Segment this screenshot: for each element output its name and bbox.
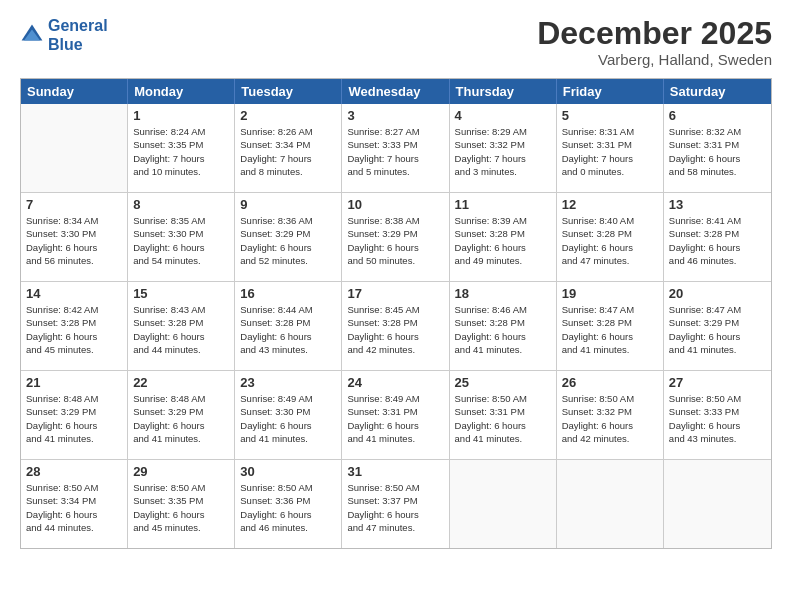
- day-number: 22: [133, 375, 229, 390]
- day-number: 5: [562, 108, 658, 123]
- calendar-day-header: Wednesday: [342, 79, 449, 104]
- calendar-cell: [450, 460, 557, 548]
- day-info: Sunrise: 8:50 AM Sunset: 3:33 PM Dayligh…: [669, 392, 766, 445]
- calendar: SundayMondayTuesdayWednesdayThursdayFrid…: [20, 78, 772, 549]
- day-info: Sunrise: 8:50 AM Sunset: 3:34 PM Dayligh…: [26, 481, 122, 534]
- day-number: 16: [240, 286, 336, 301]
- calendar-week-row: 1Sunrise: 8:24 AM Sunset: 3:35 PM Daylig…: [21, 104, 771, 193]
- day-number: 14: [26, 286, 122, 301]
- calendar-cell: [557, 460, 664, 548]
- title-block: December 2025 Varberg, Halland, Sweden: [537, 16, 772, 68]
- calendar-cell: 28Sunrise: 8:50 AM Sunset: 3:34 PM Dayli…: [21, 460, 128, 548]
- day-number: 1: [133, 108, 229, 123]
- calendar-cell: 30Sunrise: 8:50 AM Sunset: 3:36 PM Dayli…: [235, 460, 342, 548]
- calendar-cell: 2Sunrise: 8:26 AM Sunset: 3:34 PM Daylig…: [235, 104, 342, 192]
- day-info: Sunrise: 8:32 AM Sunset: 3:31 PM Dayligh…: [669, 125, 766, 178]
- calendar-cell: 12Sunrise: 8:40 AM Sunset: 3:28 PM Dayli…: [557, 193, 664, 281]
- day-info: Sunrise: 8:42 AM Sunset: 3:28 PM Dayligh…: [26, 303, 122, 356]
- day-number: 9: [240, 197, 336, 212]
- day-info: Sunrise: 8:50 AM Sunset: 3:32 PM Dayligh…: [562, 392, 658, 445]
- day-number: 27: [669, 375, 766, 390]
- day-info: Sunrise: 8:31 AM Sunset: 3:31 PM Dayligh…: [562, 125, 658, 178]
- day-info: Sunrise: 8:26 AM Sunset: 3:34 PM Dayligh…: [240, 125, 336, 178]
- day-number: 31: [347, 464, 443, 479]
- day-number: 21: [26, 375, 122, 390]
- calendar-week-row: 21Sunrise: 8:48 AM Sunset: 3:29 PM Dayli…: [21, 371, 771, 460]
- day-number: 17: [347, 286, 443, 301]
- calendar-cell: 31Sunrise: 8:50 AM Sunset: 3:37 PM Dayli…: [342, 460, 449, 548]
- calendar-cell: [21, 104, 128, 192]
- calendar-day-header: Monday: [128, 79, 235, 104]
- calendar-day-header: Saturday: [664, 79, 771, 104]
- day-info: Sunrise: 8:24 AM Sunset: 3:35 PM Dayligh…: [133, 125, 229, 178]
- calendar-cell: 18Sunrise: 8:46 AM Sunset: 3:28 PM Dayli…: [450, 282, 557, 370]
- day-info: Sunrise: 8:40 AM Sunset: 3:28 PM Dayligh…: [562, 214, 658, 267]
- page: General Blue December 2025 Varberg, Hall…: [0, 0, 792, 612]
- calendar-cell: 19Sunrise: 8:47 AM Sunset: 3:28 PM Dayli…: [557, 282, 664, 370]
- day-number: 2: [240, 108, 336, 123]
- day-info: Sunrise: 8:50 AM Sunset: 3:35 PM Dayligh…: [133, 481, 229, 534]
- calendar-header: SundayMondayTuesdayWednesdayThursdayFrid…: [21, 79, 771, 104]
- subtitle: Varberg, Halland, Sweden: [537, 51, 772, 68]
- day-info: Sunrise: 8:50 AM Sunset: 3:36 PM Dayligh…: [240, 481, 336, 534]
- day-info: Sunrise: 8:50 AM Sunset: 3:37 PM Dayligh…: [347, 481, 443, 534]
- calendar-day-header: Tuesday: [235, 79, 342, 104]
- calendar-cell: [664, 460, 771, 548]
- day-number: 23: [240, 375, 336, 390]
- calendar-cell: 10Sunrise: 8:38 AM Sunset: 3:29 PM Dayli…: [342, 193, 449, 281]
- day-number: 18: [455, 286, 551, 301]
- day-number: 13: [669, 197, 766, 212]
- calendar-day-header: Thursday: [450, 79, 557, 104]
- day-info: Sunrise: 8:36 AM Sunset: 3:29 PM Dayligh…: [240, 214, 336, 267]
- day-number: 25: [455, 375, 551, 390]
- logo: General Blue: [20, 16, 108, 54]
- logo-text: General Blue: [48, 16, 108, 54]
- day-info: Sunrise: 8:38 AM Sunset: 3:29 PM Dayligh…: [347, 214, 443, 267]
- day-info: Sunrise: 8:50 AM Sunset: 3:31 PM Dayligh…: [455, 392, 551, 445]
- calendar-cell: 26Sunrise: 8:50 AM Sunset: 3:32 PM Dayli…: [557, 371, 664, 459]
- day-info: Sunrise: 8:39 AM Sunset: 3:28 PM Dayligh…: [455, 214, 551, 267]
- main-title: December 2025: [537, 16, 772, 51]
- calendar-cell: 17Sunrise: 8:45 AM Sunset: 3:28 PM Dayli…: [342, 282, 449, 370]
- day-number: 20: [669, 286, 766, 301]
- header: General Blue December 2025 Varberg, Hall…: [20, 16, 772, 68]
- calendar-week-row: 28Sunrise: 8:50 AM Sunset: 3:34 PM Dayli…: [21, 460, 771, 548]
- day-number: 10: [347, 197, 443, 212]
- calendar-cell: 25Sunrise: 8:50 AM Sunset: 3:31 PM Dayli…: [450, 371, 557, 459]
- calendar-cell: 5Sunrise: 8:31 AM Sunset: 3:31 PM Daylig…: [557, 104, 664, 192]
- calendar-cell: 27Sunrise: 8:50 AM Sunset: 3:33 PM Dayli…: [664, 371, 771, 459]
- calendar-cell: 23Sunrise: 8:49 AM Sunset: 3:30 PM Dayli…: [235, 371, 342, 459]
- day-number: 29: [133, 464, 229, 479]
- day-info: Sunrise: 8:41 AM Sunset: 3:28 PM Dayligh…: [669, 214, 766, 267]
- calendar-day-header: Friday: [557, 79, 664, 104]
- calendar-cell: 8Sunrise: 8:35 AM Sunset: 3:30 PM Daylig…: [128, 193, 235, 281]
- day-number: 4: [455, 108, 551, 123]
- day-info: Sunrise: 8:44 AM Sunset: 3:28 PM Dayligh…: [240, 303, 336, 356]
- day-number: 26: [562, 375, 658, 390]
- calendar-cell: 6Sunrise: 8:32 AM Sunset: 3:31 PM Daylig…: [664, 104, 771, 192]
- day-number: 6: [669, 108, 766, 123]
- calendar-cell: 24Sunrise: 8:49 AM Sunset: 3:31 PM Dayli…: [342, 371, 449, 459]
- day-number: 24: [347, 375, 443, 390]
- calendar-week-row: 14Sunrise: 8:42 AM Sunset: 3:28 PM Dayli…: [21, 282, 771, 371]
- day-info: Sunrise: 8:34 AM Sunset: 3:30 PM Dayligh…: [26, 214, 122, 267]
- day-info: Sunrise: 8:29 AM Sunset: 3:32 PM Dayligh…: [455, 125, 551, 178]
- day-info: Sunrise: 8:43 AM Sunset: 3:28 PM Dayligh…: [133, 303, 229, 356]
- day-info: Sunrise: 8:49 AM Sunset: 3:31 PM Dayligh…: [347, 392, 443, 445]
- calendar-cell: 11Sunrise: 8:39 AM Sunset: 3:28 PM Dayli…: [450, 193, 557, 281]
- calendar-cell: 7Sunrise: 8:34 AM Sunset: 3:30 PM Daylig…: [21, 193, 128, 281]
- day-info: Sunrise: 8:46 AM Sunset: 3:28 PM Dayligh…: [455, 303, 551, 356]
- calendar-cell: 4Sunrise: 8:29 AM Sunset: 3:32 PM Daylig…: [450, 104, 557, 192]
- day-info: Sunrise: 8:48 AM Sunset: 3:29 PM Dayligh…: [133, 392, 229, 445]
- calendar-body: 1Sunrise: 8:24 AM Sunset: 3:35 PM Daylig…: [21, 104, 771, 548]
- day-info: Sunrise: 8:35 AM Sunset: 3:30 PM Dayligh…: [133, 214, 229, 267]
- logo-icon: [20, 23, 44, 47]
- day-info: Sunrise: 8:47 AM Sunset: 3:28 PM Dayligh…: [562, 303, 658, 356]
- calendar-cell: 13Sunrise: 8:41 AM Sunset: 3:28 PM Dayli…: [664, 193, 771, 281]
- calendar-cell: 15Sunrise: 8:43 AM Sunset: 3:28 PM Dayli…: [128, 282, 235, 370]
- day-number: 8: [133, 197, 229, 212]
- day-number: 11: [455, 197, 551, 212]
- calendar-cell: 21Sunrise: 8:48 AM Sunset: 3:29 PM Dayli…: [21, 371, 128, 459]
- calendar-cell: 1Sunrise: 8:24 AM Sunset: 3:35 PM Daylig…: [128, 104, 235, 192]
- day-info: Sunrise: 8:45 AM Sunset: 3:28 PM Dayligh…: [347, 303, 443, 356]
